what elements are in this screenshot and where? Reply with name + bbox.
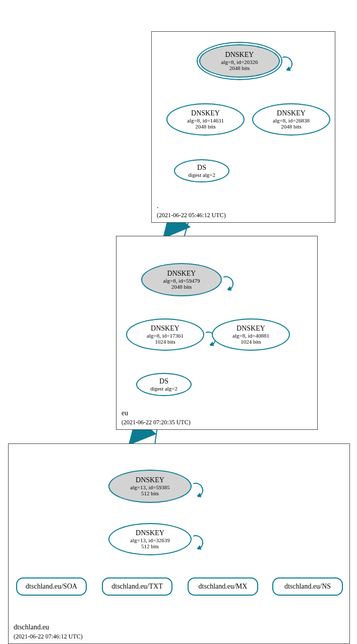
node-line3: 512 bits — [141, 543, 159, 549]
node-line2: alg=8, id=20326 — [221, 59, 258, 65]
zone-domain-timestamp: (2021-06-22 07:46:12 UTC) — [14, 632, 83, 640]
node-title: DNSKEY — [277, 109, 306, 117]
node-title: DNSKEY — [236, 325, 265, 333]
root-zsk-26838-node: DNSKEY alg=8, id=26838 2048 bits — [252, 103, 330, 136]
node-line3: 2048 bits — [171, 284, 192, 290]
rrset-mx: dtschland.eu/MX — [188, 577, 258, 596]
zone-eu-name: eu — [122, 409, 191, 418]
rrset-label: dtschland.eu/TXT — [111, 583, 162, 591]
node-title: DNSKEY — [136, 476, 164, 484]
dnssec-graph: { "colors": { "stroke": "#0b7b93", "ksk_… — [0, 0, 357, 644]
node-title: DNSKEY — [151, 325, 180, 333]
node-title: DNSKEY — [191, 109, 220, 117]
eu-ds-node: DS digest alg=2 — [136, 373, 192, 396]
rrset-soa: dtschland.eu/SOA — [16, 577, 87, 596]
node-line2: alg=8, id=17361 — [147, 333, 184, 339]
zone-eu-timestamp: (2021-06-22 07:20:35 UTC) — [122, 418, 191, 426]
domain-zsk-node: DNSKEY alg=13, id=32639 512 bits — [108, 523, 192, 555]
node-line2: alg=8, id=40881 — [232, 333, 269, 339]
node-line3: 2048 bits — [195, 123, 216, 130]
root-ds-node: DS digest alg=2 — [174, 159, 229, 182]
node-title: DS — [197, 164, 206, 172]
zone-root-label: . (2021-06-22 05:46:12 UTC) — [157, 202, 226, 219]
eu-ksk-node: DNSKEY alg=8, id=59479 2048 bits — [141, 263, 222, 296]
root-zsk-14631-node: DNSKEY alg=8, id=14631 2048 bits — [166, 103, 245, 136]
node-line3: 1024 bits — [155, 339, 175, 345]
zone-domain-name: dtschland.eu — [14, 623, 83, 632]
node-line2: alg=8, id=14631 — [187, 117, 224, 123]
rrset-label: dtschland.eu/MX — [199, 583, 248, 591]
domain-ksk-node: DNSKEY alg=13, id=59385 512 bits — [108, 470, 192, 503]
node-line3: 512 bits — [141, 490, 159, 496]
node-title: DNSKEY — [136, 529, 164, 537]
root-ksk-node: DNSKEY alg=8, id=20326 2048 bits — [199, 44, 280, 78]
node-title: DNSKEY — [225, 51, 254, 59]
zone-domain-label: dtschland.eu (2021-06-22 07:46:12 UTC) — [14, 623, 83, 640]
node-line2: alg=13, id=59385 — [130, 484, 169, 490]
node-line2: alg=13, id=32639 — [130, 537, 169, 543]
node-title: DNSKEY — [167, 270, 196, 278]
eu-zsk-17361-node: DNSKEY alg=8, id=17361 1024 bits — [126, 318, 204, 351]
node-line2: alg=8, id=26838 — [273, 117, 310, 123]
eu-zsk-40881-node: DNSKEY alg=8, id=40881 1024 bits — [212, 318, 290, 351]
zone-eu-label: eu (2021-06-22 07:20:35 UTC) — [122, 409, 191, 426]
zone-root-name: . — [157, 202, 226, 211]
node-line3: 1024 bits — [241, 339, 261, 345]
node-line2: alg=8, id=59479 — [163, 278, 200, 284]
node-line2: digest alg=2 — [188, 172, 215, 178]
node-line3: 2048 bits — [281, 123, 302, 130]
rrset-label: dtschland.eu/NS — [284, 583, 331, 591]
rrset-ns: dtschland.eu/NS — [272, 577, 343, 596]
rrset-label: dtschland.eu/SOA — [26, 583, 77, 591]
rrset-txt: dtschland.eu/TXT — [102, 577, 172, 596]
zone-root-timestamp: (2021-06-22 05:46:12 UTC) — [157, 211, 226, 219]
node-title: DS — [159, 377, 168, 385]
node-line3: 2048 bits — [229, 65, 250, 71]
node-line2: digest alg=2 — [150, 385, 177, 392]
